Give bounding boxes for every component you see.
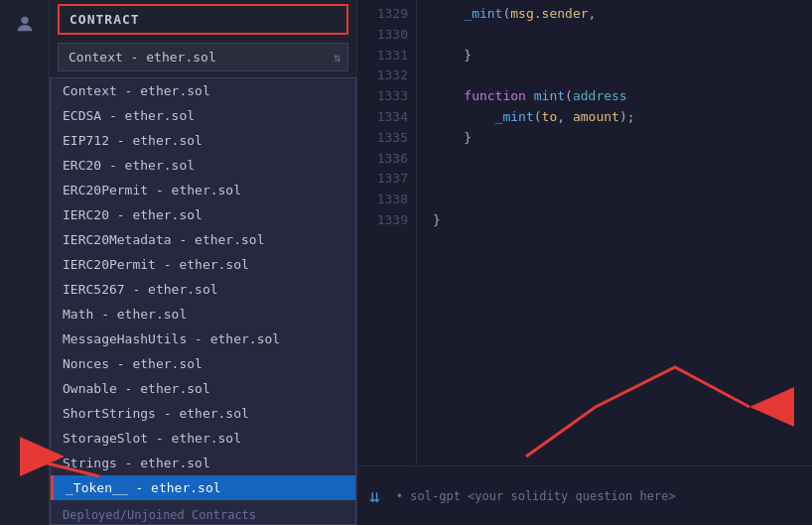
list-item[interactable]: IERC20 - ether.sol bbox=[51, 202, 355, 227]
line-num-1331: 1331 bbox=[365, 46, 408, 66]
line-num-1335: 1335 bbox=[365, 128, 408, 149]
list-item-token-selected[interactable]: _Token__ - ether.sol bbox=[51, 475, 355, 500]
code-line-1330 bbox=[433, 25, 796, 46]
line-num-1329: 1329 bbox=[365, 4, 408, 25]
list-item[interactable]: IERC20Metadata - ether.sol bbox=[51, 227, 355, 252]
contract-label: CONTRACT bbox=[58, 4, 348, 35]
code-line-1337 bbox=[433, 169, 796, 190]
line-num-1338: 1338 bbox=[365, 190, 408, 210]
code-line-1333: function mint(address bbox=[433, 86, 796, 107]
line-num-1330: 1330 bbox=[365, 25, 408, 46]
list-item[interactable]: IERC20Permit - ether.sol bbox=[51, 252, 355, 277]
list-item[interactable]: Ownable - ether.sol bbox=[51, 376, 355, 401]
list-item[interactable]: Strings - ether.sol bbox=[51, 451, 355, 475]
code-line-1331: } bbox=[433, 46, 796, 66]
code-line-1334: _mint(to, amount); bbox=[433, 107, 796, 128]
code-line-1336 bbox=[433, 149, 796, 170]
scroll-arrows-icon: ⇊ bbox=[369, 485, 380, 506]
list-item[interactable]: ECDSA - ether.sol bbox=[51, 103, 355, 128]
bottom-prompt-text[interactable]: • sol-gpt <your solidity question here> bbox=[396, 489, 676, 503]
line-num-1333: 1333 bbox=[365, 86, 408, 107]
code-line-1339: } bbox=[433, 210, 796, 231]
contract-select[interactable]: Context - ether.sol bbox=[58, 43, 348, 71]
contract-dropdown-list: Context - ether.sol ECDSA - ether.sol EI… bbox=[50, 77, 356, 525]
line-num-1334: 1334 bbox=[365, 107, 408, 128]
sidebar bbox=[0, 0, 50, 525]
contract-select-wrapper[interactable]: Context - ether.sol ⇅ bbox=[58, 43, 348, 71]
list-item[interactable]: StorageSlot - ether.sol bbox=[51, 426, 355, 451]
list-item[interactable]: ERC20 - ether.sol bbox=[51, 153, 355, 178]
list-item[interactable]: Nonces - ether.sol bbox=[51, 351, 355, 376]
code-content: _mint(msg.sender, } function mint(addres… bbox=[417, 0, 812, 465]
code-line-1332 bbox=[433, 66, 796, 86]
code-line-1329: _mint(msg.sender, bbox=[433, 4, 796, 25]
deployed-contracts-label: Deployed/Unjoined Contracts bbox=[51, 502, 355, 525]
list-item[interactable]: IERC5267 - ether.sol bbox=[51, 277, 355, 302]
list-item[interactable]: ShortStrings - ether.sol bbox=[51, 401, 355, 426]
line-num-1337: 1337 bbox=[365, 169, 408, 190]
line-num-1339: 1339 bbox=[365, 210, 408, 231]
line-num-1336: 1336 bbox=[365, 149, 408, 170]
contract-panel: CONTRACT Context - ether.sol ⇅ Context -… bbox=[50, 0, 357, 525]
list-item[interactable]: Context - ether.sol bbox=[51, 78, 355, 103]
code-panel: 1329 1330 1331 1332 1333 1334 1335 1336 … bbox=[357, 0, 812, 525]
bottom-bar: ⇊ • sol-gpt <your solidity question here… bbox=[357, 465, 812, 525]
line-numbers: 1329 1330 1331 1332 1333 1334 1335 1336 … bbox=[357, 0, 417, 465]
code-area: 1329 1330 1331 1332 1333 1334 1335 1336 … bbox=[357, 0, 812, 465]
sidebar-person-icon[interactable] bbox=[9, 8, 41, 40]
code-line-1335: } bbox=[433, 128, 796, 149]
line-num-1332: 1332 bbox=[365, 66, 408, 86]
list-item[interactable]: EIP712 - ether.sol bbox=[51, 128, 355, 153]
list-item[interactable]: Math - ether.sol bbox=[51, 302, 355, 327]
code-line-1338 bbox=[433, 190, 796, 210]
svg-point-0 bbox=[21, 17, 28, 24]
list-item[interactable]: MessageHashUtils - ether.sol bbox=[51, 327, 355, 351]
list-item[interactable]: ERC20Permit - ether.sol bbox=[51, 178, 355, 202]
